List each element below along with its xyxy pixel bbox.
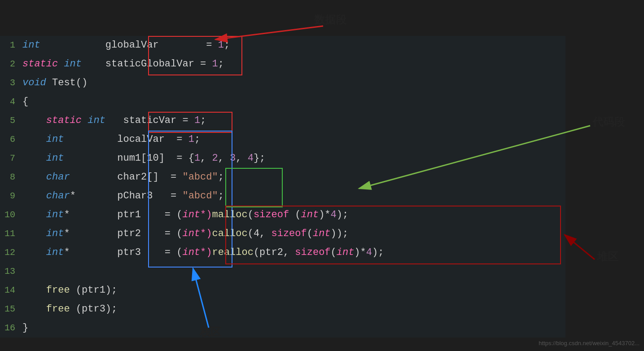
code-token: (4, — [248, 228, 272, 239]
code-token — [22, 303, 46, 315]
code-token: globalVar — [105, 39, 159, 51]
line-number-2: 2 — [0, 55, 22, 74]
code-token — [22, 134, 46, 145]
code-token: int — [46, 209, 64, 220]
code-token: malloc — [212, 209, 247, 220]
line-content-3: void Test() — [22, 74, 565, 92]
code-token: 10 — [147, 153, 158, 164]
code-token: , — [236, 153, 247, 164]
code-line-11: 11 int* ptr2 = (int*)calloc(4, sizeof(in… — [0, 224, 565, 243]
code-token: } — [22, 322, 28, 333]
code-line-5: 5 static int staticVar = 1; — [0, 111, 565, 130]
code-token: "abcd" — [182, 190, 218, 202]
code-line-3: 3void Test() — [0, 74, 565, 92]
code-token — [22, 247, 46, 258]
code-line-10: 10 int* ptr1 = (int*)malloc(sizeof (int)… — [0, 206, 565, 224]
code-line-12: 12 int* ptr3 = (int*)realloc(ptr2, sizeo… — [0, 243, 565, 262]
code-token: calloc — [212, 228, 247, 239]
line-content-9: char* pChar3 = "abcd"; — [22, 187, 565, 206]
code-token: ; — [194, 134, 200, 145]
code-token — [22, 285, 46, 296]
line-content-2: static int staticGlobalVar = 1; — [22, 55, 565, 74]
line-content-14: free (ptr1); — [22, 281, 565, 300]
code-token: free — [46, 303, 70, 315]
code-token: ( — [289, 209, 301, 220]
line-content-10: int* ptr1 = (int*)malloc(sizeof (int)*4)… — [22, 206, 565, 224]
code-token: realloc — [212, 247, 253, 258]
code-token: (ptr2, — [254, 247, 295, 258]
code-token: num1[ — [64, 153, 147, 164]
code-token: char — [46, 190, 70, 202]
code-token: int — [301, 209, 319, 220]
code-token: (ptr1); — [70, 285, 118, 296]
code-line-9: 9 char* pChar3 = "abcd"; — [0, 187, 565, 206]
code-token: }; — [254, 153, 265, 164]
code-token: * ptr2 = ( — [64, 228, 182, 239]
code-token: )* — [354, 247, 366, 258]
line-content-1: int globalVar = 1; — [22, 36, 565, 55]
code-token: staticGlobalVar — [105, 58, 194, 70]
code-token — [22, 190, 46, 202]
code-token: int — [46, 134, 64, 145]
code-line-7: 7 int num1[10] = {1, 2, 3, 4}; — [0, 149, 565, 168]
code-token: 1 — [212, 58, 218, 70]
code-token: 1 — [188, 134, 194, 145]
code-token: 4 — [248, 153, 254, 164]
code-token: int — [88, 115, 105, 126]
code-token: , — [200, 153, 212, 164]
line-number-14: 14 — [0, 281, 22, 300]
code-token: ; — [200, 115, 206, 126]
line-number-3: 3 — [0, 74, 22, 92]
line-number-13: 13 — [0, 262, 22, 281]
code-token: *) — [200, 228, 212, 239]
line-content-11: int* ptr2 = (int*)calloc(4, sizeof(int))… — [22, 224, 565, 243]
code-token: static — [46, 115, 88, 126]
code-token: void — [22, 77, 46, 88]
code-token: 3 — [230, 153, 236, 164]
code-token: int — [46, 153, 64, 164]
code-token: int — [64, 58, 82, 70]
label-heapsection: 堆区 — [596, 250, 618, 263]
watermark: https://blog.csdn.net/weixin_4543702... — [539, 340, 640, 347]
line-content-15: free (ptr3); — [22, 300, 565, 319]
line-content-8: char char2[] = "abcd"; — [22, 168, 565, 187]
code-line-2: 2static int staticGlobalVar = 1; — [0, 55, 565, 74]
code-token: ; — [218, 190, 224, 202]
code-line-4: 4{ — [0, 92, 565, 111]
code-token: ] = { — [159, 153, 194, 164]
line-number-15: 15 — [0, 300, 22, 319]
code-token: * ptr1 = ( — [64, 209, 182, 220]
code-token — [22, 171, 46, 183]
code-token: ); — [337, 209, 348, 220]
code-token: { — [22, 96, 28, 107]
line-number-1: 1 — [0, 36, 22, 55]
label-datasection: 数据段 — [314, 13, 347, 26]
code-line-13: 13 — [0, 262, 565, 281]
code-line-6: 6 int localVar = 1; — [0, 130, 565, 149]
code-token: * ptr3 = ( — [64, 247, 182, 258]
code-token: )* — [319, 209, 330, 220]
line-number-9: 9 — [0, 187, 22, 206]
code-token: ; — [224, 39, 230, 51]
line-number-12: 12 — [0, 243, 22, 262]
code-token: ; — [218, 171, 224, 183]
line-content-6: int localVar = 1; — [22, 130, 565, 149]
line-number-4: 4 — [0, 92, 22, 111]
code-token — [22, 228, 46, 239]
line-content-5: static int staticVar = 1; — [22, 111, 565, 130]
code-token: int — [22, 39, 40, 51]
code-token: 4 — [366, 247, 372, 258]
line-content-4: { — [22, 92, 565, 111]
code-token: staticVar — [105, 115, 183, 126]
code-token: int — [182, 209, 200, 220]
code-token: 1 — [194, 153, 200, 164]
code-token: free — [46, 285, 70, 296]
svg-line-2 — [565, 235, 595, 259]
code-token — [22, 115, 46, 126]
line-content-7: int num1[10] = {1, 2, 3, 4}; — [22, 149, 565, 168]
code-token: = — [159, 39, 218, 51]
code-token: int — [46, 247, 64, 258]
code-token: int — [182, 247, 200, 258]
code-token: int — [46, 228, 64, 239]
code-token: * pChar3 = — [70, 190, 183, 202]
